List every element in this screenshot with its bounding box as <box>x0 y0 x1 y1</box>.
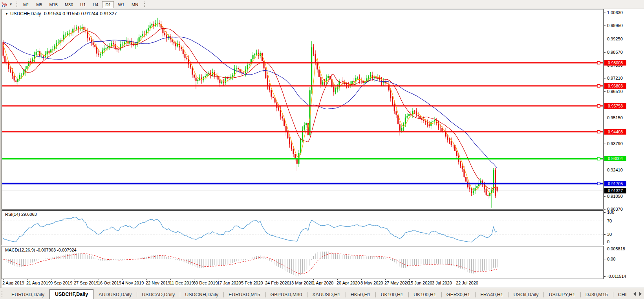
time-axis-tick <box>51 279 51 280</box>
price-axis-label: 0.92410 <box>607 168 623 172</box>
timeframe-button-mn[interactable]: MN <box>128 1 141 8</box>
chart-tab-eurusd-daily[interactable]: EURUSD,Daily <box>6 291 49 299</box>
time-axis-tick <box>194 279 194 280</box>
time-axis-label: 22 Nov 2019 <box>146 281 170 285</box>
candlestick-canvas[interactable] <box>2 9 603 209</box>
price-chart-panel[interactable]: ▼USDCHF,Daily 0.915340.915500.912440.913… <box>2 9 604 210</box>
chart-tab-china300-h4[interactable]: CHINA300,H4 <box>613 291 627 299</box>
time-axis-tick <box>99 279 99 280</box>
time-axis-tick <box>27 279 27 280</box>
chart-tab-hk50-h1[interactable]: HK50,H1 <box>346 291 376 299</box>
hline-price-label: 0.95758 <box>604 103 626 109</box>
chart-title: ▼USDCHF,Daily 0.915340.915500.912440.913… <box>5 11 119 16</box>
macd-panel[interactable]: MACD(12,26,9) -0.007903 -0.007924 <box>2 246 604 279</box>
ma-line-slow <box>3 37 497 168</box>
macd-label: MACD(12,26,9) -0.007903 -0.007924 <box>5 248 77 252</box>
axis-tick <box>604 26 606 26</box>
chart-tab-usdjpy-h1[interactable]: USDJPY,H1 <box>543 291 580 299</box>
chart-tab-xauusd-h1[interactable]: XAUUSD,H1 <box>307 291 346 299</box>
axis-tick <box>604 13 606 13</box>
time-axis-label: 4 Nov 2019 <box>122 281 144 285</box>
time-axis-label: 27 Sep 2019 <box>74 281 98 285</box>
time-axis-label: 11 Dec 2019 <box>170 281 194 285</box>
time-axis-label: 21 Aug 2019 <box>26 281 51 285</box>
hline-price-label: 0.96803 <box>604 83 626 89</box>
rsi-axis-label: 100 <box>607 210 614 215</box>
macd-axis-label: 0.00 <box>607 257 615 261</box>
axis-tick <box>604 212 606 213</box>
chart-tab-usdcad-daily[interactable]: USDCAD,Daily <box>137 291 180 299</box>
axis-tick <box>604 39 606 39</box>
time-axis-label: 3 Jul 2020 <box>432 281 452 285</box>
dropdown-caret-icon[interactable]: ▼ <box>9 2 13 6</box>
time-axis-label: 30 Dec 2019 <box>193 281 218 285</box>
price-axis-label: 0.97210 <box>607 76 623 80</box>
chart-tab-usdchf-daily[interactable]: USDCHF,Daily <box>49 289 93 299</box>
chart-tabs-bar: EURUSD,DailyUSDCHF,DailyAUDUSD,DailyUSDC… <box>0 288 644 299</box>
chart-tab-gbpusd-m30[interactable]: GBPUSD,M30 <box>265 291 307 299</box>
tabs-scroll-right-icon[interactable] <box>639 292 642 296</box>
bar-low: 0.91244 <box>81 11 98 16</box>
chart-tab-usoil-daily[interactable]: USOil,Daily <box>509 291 544 299</box>
time-axis-label: 22 Jul 2020 <box>456 281 478 285</box>
candles-layer <box>3 18 498 208</box>
rsi-canvas[interactable] <box>2 211 603 245</box>
chart-tab-fra40-h1[interactable]: FRA40,H1 <box>475 291 508 299</box>
price-axis[interactable]: 1.006300.999500.992500.985700.978900.972… <box>604 9 644 279</box>
toolbar-grip[interactable] <box>16 2 17 7</box>
time-axis-label: 2 Aug 2019 <box>2 281 24 285</box>
timeframe-button-d1[interactable]: D1 <box>102 1 114 8</box>
tabbar-grip[interactable] <box>2 291 2 297</box>
axis-tick <box>604 221 606 221</box>
time-axis-label: 16 Oct 2019 <box>98 281 121 285</box>
axis-tick <box>604 209 606 210</box>
time-axis-label: 15 Jun 2020 <box>408 281 432 285</box>
time-axis[interactable]: 2 Aug 201921 Aug 20199 Sep 201927 Sep 20… <box>2 279 604 288</box>
time-axis-tick <box>123 279 123 280</box>
axis-tick <box>604 52 606 53</box>
time-axis-label: 9 Sep 2019 <box>50 281 72 285</box>
timeframe-button-m5[interactable]: M5 <box>33 1 45 8</box>
time-axis-label: 8 May 2020 <box>360 281 383 285</box>
top-toolbar: ▼ M1M5M15M30H1H4D1W1MN <box>0 0 644 9</box>
toolbar-grip[interactable] <box>144 2 145 7</box>
axis-tick <box>604 196 606 197</box>
chart-tab-audusd-daily[interactable]: AUDUSD,Daily <box>93 291 137 299</box>
timeframe-button-h1[interactable]: H1 <box>77 1 89 8</box>
chart-tab-dj30-m15[interactable]: DJ30,M15 <box>580 291 613 299</box>
axis-tick <box>604 144 606 144</box>
hline-price-label: 0.98008 <box>604 60 626 66</box>
timeframe-button-h4[interactable]: H4 <box>90 1 101 8</box>
price-axis-label: 0.91050 <box>607 194 623 199</box>
chart-tab-eurusd-m15[interactable]: EURUSD,M15 <box>223 291 265 299</box>
rsi-axis-label: 30 <box>607 232 612 237</box>
price-axis-label: 0.93790 <box>607 141 623 146</box>
timeframe-button-w1[interactable]: W1 <box>115 1 128 8</box>
macd-axis-label: -0.011514 <box>607 274 626 279</box>
hline-price-label: 0.93004 <box>604 156 626 161</box>
chart-title-caret-icon[interactable]: ▼ <box>5 12 8 16</box>
chart-tab-uk100-h1[interactable]: UK100,H1 <box>375 291 408 299</box>
rsi-value: 29.6063 <box>21 212 37 217</box>
macd-canvas[interactable] <box>2 246 603 279</box>
chart-tab-uk100-h1[interactable]: UK100,H1 <box>408 291 441 299</box>
time-axis-tick <box>170 279 171 280</box>
axis-tick <box>604 249 606 249</box>
timeframe-button-m1[interactable]: M1 <box>20 1 32 8</box>
moving-averages-layer <box>3 24 497 193</box>
time-axis-tick <box>218 279 218 280</box>
chart-tools-icon[interactable] <box>1 1 8 7</box>
axis-tick <box>604 276 606 277</box>
rsi-panel[interactable]: RSI(14) 29.6063 <box>2 210 604 245</box>
time-axis-label: 13 Mar 2020 <box>289 281 313 285</box>
chart-tabs: EURUSD,DailyUSDCHF,DailyAUDUSD,DailyUSDC… <box>0 288 627 299</box>
time-axis-label: 17 Jan 2020 <box>217 281 241 285</box>
timeframe-button-m30[interactable]: M30 <box>62 1 76 8</box>
timeframe-button-m15[interactable]: M15 <box>46 1 60 8</box>
time-axis-tick <box>266 279 266 280</box>
price-axis-label: 0.99250 <box>607 36 623 41</box>
chart-tab-usdcnh-daily[interactable]: USDCNH,Daily <box>180 291 223 299</box>
price-axis-label: 0.99950 <box>607 23 623 28</box>
chart-tab-ger30-h1[interactable]: GER30,H1 <box>441 291 475 299</box>
tabs-scroll-left-icon[interactable] <box>633 292 636 296</box>
